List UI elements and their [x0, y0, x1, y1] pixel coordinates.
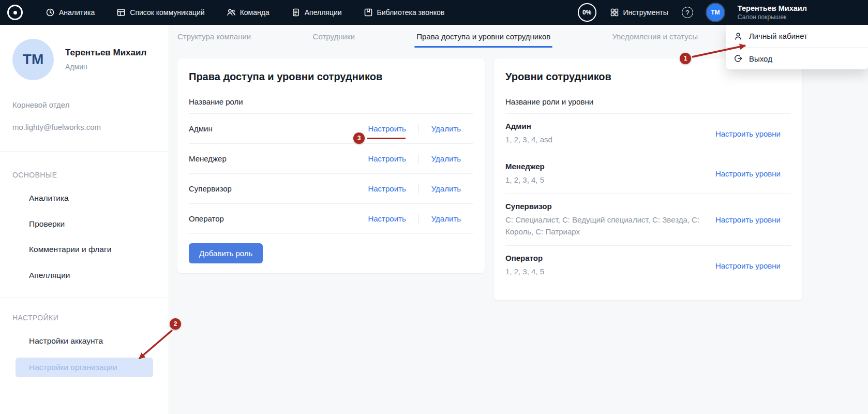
active-tab-underline	[414, 46, 552, 48]
role-row-supervisor: Супервизор Настроить Удалить	[189, 174, 473, 204]
configure-levels-link[interactable]: Настроить уровни	[715, 129, 781, 138]
actions-separator	[418, 154, 419, 164]
column-header-role-name: Название роли	[189, 97, 473, 114]
annotation-step-badge-1: 1	[680, 53, 691, 64]
tools-grid-icon	[610, 8, 619, 17]
levels-row-supervisor: Супервизор С: Специалист, С: Ведущий спе…	[505, 194, 791, 246]
levels-info: Оператор 1, 2, 3, 4, 5	[505, 254, 544, 278]
annotation-step-badge-3: 3	[353, 132, 365, 144]
sidebar-section-settings: НАСТРОЙКИ	[12, 314, 58, 322]
role-levels: 1, 2, 3, 4, 5	[505, 174, 545, 186]
profile-avatar: TM	[12, 39, 54, 80]
menu-item-logout[interactable]: Выход	[726, 47, 868, 69]
role-name: Оператор	[505, 254, 544, 262]
sidebar-item-comments-flags[interactable]: Комментарии и флаги	[29, 245, 111, 254]
role-name: Супервизор	[189, 184, 232, 193]
logout-icon	[734, 54, 743, 63]
role-name: Менеджер	[505, 162, 545, 171]
user-company: Салон покрышек	[738, 13, 807, 22]
delete-role-link[interactable]: Удалить	[431, 154, 461, 163]
help-icon[interactable]: ?	[682, 7, 693, 18]
nav-team[interactable]: Команда	[227, 8, 270, 17]
sidebar-item-appeals[interactable]: Апелляции	[29, 271, 70, 280]
tab-label: Сотрудники	[313, 32, 355, 41]
configure-levels-link[interactable]: Настроить уровни	[715, 261, 781, 270]
tabbar: Структура компании Сотрудники Права дост…	[177, 25, 698, 48]
nav-label: Аналитика	[59, 8, 95, 17]
analytics-clock-icon	[46, 8, 55, 17]
user-dropdown-menu: Личный кабинет Выход	[726, 25, 868, 69]
nav-tools[interactable]: Инструменты	[610, 8, 668, 17]
role-name: Оператор	[189, 214, 224, 223]
nav-communications-list[interactable]: Список коммуникаций	[116, 8, 204, 17]
tab-access-rights[interactable]: Права доступа и уровни сотрудников	[416, 25, 550, 48]
sidebar-section-main: ОСНОВНЫЕ	[12, 171, 57, 179]
role-levels: С: Специалист, С: Ведущий специалист, С:…	[505, 214, 707, 238]
sidebar-item-account-settings[interactable]: Настройки аккаунта	[29, 336, 103, 346]
role-row-admin: Админ Настроить Удалить	[189, 114, 473, 144]
profile-email: mo.lighty@fuelworks.com	[12, 123, 101, 131]
sidebar-item-analytics[interactable]: Аналитика	[29, 194, 69, 203]
nav-appeals[interactable]: Апелляции	[291, 8, 342, 17]
progress-percent-badge[interactable]: 0%	[578, 3, 596, 22]
configure-levels-link[interactable]: Настроить уровни	[715, 215, 781, 224]
topbar-right-cluster: 0% Инструменты ? TM Терентьев Михаил Сал…	[578, 3, 807, 22]
profile-name: Терентьев Михаил	[65, 48, 146, 58]
levels-info: Супервизор С: Специалист, С: Ведущий спе…	[505, 202, 707, 238]
main-content: Структура компании Сотрудники Права дост…	[169, 25, 868, 414]
user-name: Терентьев Михаил	[738, 4, 807, 13]
role-row-manager: Менеджер Настроить Удалить	[189, 144, 473, 174]
actions-separator	[418, 124, 419, 134]
employee-levels-card: Уровни сотрудников Название роли и уровн…	[494, 58, 802, 300]
role-actions: Настроить Удалить	[368, 124, 461, 134]
app-logo-icon[interactable]	[7, 5, 23, 20]
configure-role-link[interactable]: Настроить	[368, 124, 406, 133]
configure-role-link[interactable]: Настроить	[368, 214, 406, 223]
sidebar-divider	[0, 298, 168, 298]
actions-separator	[418, 214, 419, 224]
logo-dot	[13, 11, 17, 14]
profile-initials: TM	[23, 51, 43, 68]
nav-label: Инструменты	[623, 8, 668, 17]
tab-notifications-statuses[interactable]: Уведомления и статусы	[612, 25, 698, 48]
library-bookmark-icon	[364, 8, 373, 17]
tab-employees[interactable]: Сотрудники	[313, 25, 355, 48]
configure-role-link[interactable]: Настроить	[368, 184, 406, 193]
role-name: Менеджер	[189, 154, 227, 163]
percent-value: 0%	[582, 9, 591, 16]
topbar: Аналитика Список коммуникаций Команда Ап…	[0, 0, 868, 25]
actions-separator	[418, 184, 419, 194]
tab-label: Права доступа и уровни сотрудников	[416, 32, 550, 41]
add-role-button[interactable]: Добавить роль	[189, 243, 263, 263]
menu-item-personal-cabinet[interactable]: Личный кабинет	[726, 25, 868, 47]
help-glyph: ?	[685, 9, 689, 17]
person-icon	[734, 32, 743, 41]
top-navigation: Аналитика Список коммуникаций Команда Ап…	[46, 8, 444, 17]
annotation-underline-configure	[367, 138, 406, 139]
sidebar-item-organization-settings[interactable]: Настройки организации	[16, 358, 153, 377]
delete-role-link[interactable]: Удалить	[431, 214, 461, 223]
card-title: Уровни сотрудников	[505, 71, 791, 83]
configure-role-link[interactable]: Настроить	[368, 154, 406, 163]
role-actions: Настроить Удалить	[368, 154, 461, 164]
role-levels: 1, 2, 3, 4, asd	[505, 134, 552, 146]
nav-call-library[interactable]: Библиотека звонков	[364, 8, 445, 17]
delete-role-link[interactable]: Удалить	[431, 124, 461, 133]
delete-role-link[interactable]: Удалить	[431, 184, 461, 193]
role-row-operator: Оператор Настроить Удалить	[189, 204, 473, 234]
user-avatar[interactable]: TM	[707, 4, 724, 21]
levels-info: Админ 1, 2, 3, 4, asd	[505, 122, 552, 146]
tab-company-structure[interactable]: Структура компании	[177, 25, 251, 48]
configure-levels-link[interactable]: Настроить уровни	[715, 169, 781, 178]
nav-analytics[interactable]: Аналитика	[46, 8, 95, 17]
levels-row-operator: Оператор 1, 2, 3, 4, 5 Настроить уровни	[505, 246, 791, 286]
annotation-step-badge-2: 2	[170, 318, 181, 330]
nav-label: Команда	[240, 8, 270, 17]
sidebar-item-checks[interactable]: Проверки	[29, 219, 65, 229]
user-menu-trigger[interactable]: Терентьев Михаил Салон покрышек	[738, 4, 807, 21]
tab-label: Уведомления и статусы	[612, 32, 698, 41]
column-header-role-levels: Название роли и уровни	[505, 97, 791, 114]
role-levels: 1, 2, 3, 4, 5	[505, 266, 544, 278]
role-name: Супервизор	[505, 202, 707, 211]
profile-role: Админ	[65, 63, 87, 71]
